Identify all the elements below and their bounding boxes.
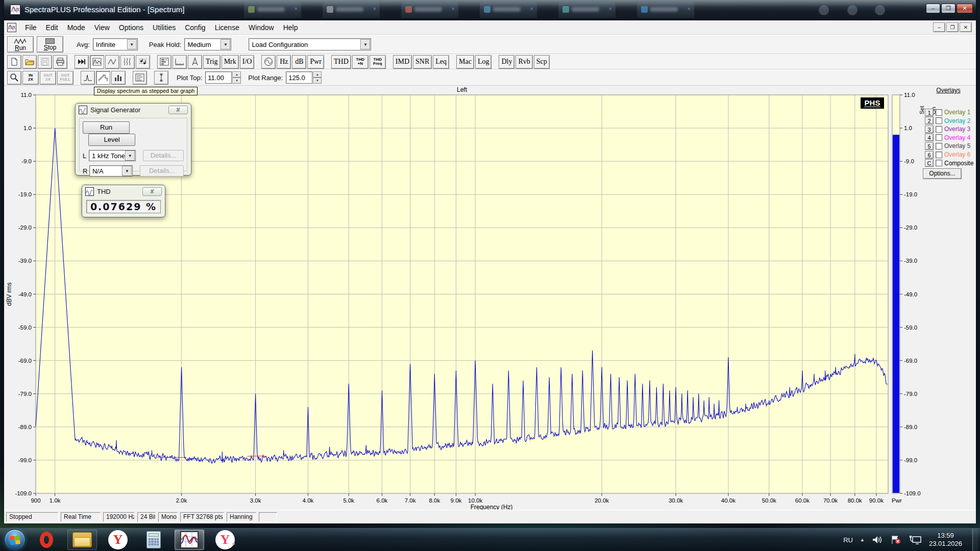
overlay-on-checkbox[interactable] — [936, 134, 942, 141]
signal-generator-close-button[interactable]: ✘ — [168, 106, 188, 114]
thd-close-button[interactable]: ✘ — [142, 187, 162, 196]
save-file-button[interactable] — [38, 55, 52, 69]
trigger-button[interactable]: Trig — [203, 55, 220, 69]
new-file-button[interactable] — [7, 55, 21, 69]
menu-file[interactable]: File — [20, 21, 41, 34]
peak-hold-select[interactable]: Medium ▼ — [184, 38, 231, 51]
time-series-view-button[interactable] — [105, 55, 119, 69]
menu-edit[interactable]: Edit — [41, 21, 63, 34]
maximize-button[interactable]: ❐ — [941, 4, 955, 13]
bar-graph-button[interactable] — [111, 71, 126, 85]
input-output-button[interactable]: I/O — [240, 55, 255, 69]
plot-top-input-spinner[interactable]: ▲▼ — [232, 71, 241, 84]
title-bar[interactable]: SpectraPLUS Professional Edition - [Spec… — [4, 0, 976, 20]
stop-button[interactable]: Stop — [37, 36, 63, 53]
spinner-down-icon[interactable]: ▼ — [313, 78, 322, 84]
taskbar-item-yandex-browser[interactable]: Y — [103, 530, 133, 550]
overlay-set-button-1[interactable]: 1 — [925, 109, 934, 116]
right-details-button[interactable]: Details... — [140, 165, 184, 177]
thd-titlebar[interactable]: THD ✘ — [82, 185, 165, 198]
thd-plus-n-button[interactable]: THD+N — [352, 55, 369, 69]
action-center-flag-icon[interactable] — [890, 535, 901, 544]
overlay-on-checkbox[interactable] — [936, 117, 942, 124]
waterfall-view-button[interactable] — [120, 55, 135, 69]
menu-mode[interactable]: Mode — [63, 21, 90, 34]
generator-run-button[interactable]: Run — [83, 121, 130, 134]
zoom-out-2x-button[interactable]: OUT2X — [40, 71, 56, 85]
imd-button[interactable]: IMD — [393, 55, 412, 69]
delay-button[interactable]: Dly — [499, 55, 514, 69]
generator-level-button[interactable]: Level — [88, 134, 135, 146]
load-configuration-select[interactable]: Load Configuration ▼ — [249, 38, 371, 51]
left-details-button[interactable]: Details... — [143, 150, 184, 161]
language-indicator[interactable]: RU — [843, 536, 853, 544]
overlay-set-button-c[interactable]: C — [925, 159, 934, 167]
taskbar-item-opera[interactable] — [32, 530, 61, 550]
spinner-down-icon[interactable]: ▼ — [232, 78, 241, 84]
spinner-up-icon[interactable]: ▲ — [313, 71, 322, 78]
overlay-set-button-2[interactable]: 2 — [925, 117, 934, 124]
left-signal-select[interactable]: 1 kHz Tone ▼ — [89, 150, 136, 161]
mdi-minimize-button[interactable]: – — [933, 22, 945, 32]
post-process-button[interactable] — [75, 55, 89, 69]
overlay-on-checkbox[interactable] — [936, 126, 942, 133]
overlay-on-checkbox[interactable] — [936, 152, 942, 158]
minimize-button[interactable]: – — [926, 4, 940, 13]
vertical-scale-button[interactable] — [154, 71, 168, 85]
overlays-options-button[interactable]: Options... — [923, 168, 962, 179]
taskbar-item-spectraplus[interactable] — [175, 530, 204, 550]
plot-top-input[interactable] — [205, 71, 232, 84]
close-button[interactable]: ✕ — [957, 4, 973, 13]
spinner-up-icon[interactable]: ▲ — [232, 71, 241, 78]
menu-view[interactable]: View — [90, 21, 114, 34]
plot-range-input-spinner[interactable]: ▲▼ — [313, 71, 322, 84]
units-hz-button[interactable]: Hz — [277, 55, 291, 69]
tray-expand-icon[interactable]: ▲ — [860, 537, 865, 542]
logging-button[interactable]: Log — [475, 55, 492, 69]
taskbar-item-explorer[interactable] — [67, 530, 97, 550]
markers-button[interactable]: Mrk — [222, 55, 239, 69]
leq-button[interactable]: Leq — [433, 55, 449, 69]
print-button[interactable] — [53, 55, 67, 69]
menu-options[interactable]: Options — [114, 21, 148, 34]
zoom-in-2x-button[interactable]: IN2X — [22, 71, 39, 85]
macro-button[interactable]: Mac — [456, 55, 474, 69]
spectrum-view-button[interactable] — [90, 55, 104, 69]
menu-utilities[interactable]: Utilities — [148, 21, 180, 34]
zoom-out-full-button[interactable]: OUTFULL — [57, 71, 74, 85]
spectrogram-view-button[interactable] — [133, 71, 147, 85]
open-file-button[interactable] — [22, 55, 37, 69]
overlay-on-checkbox[interactable] — [936, 160, 942, 166]
menu-config[interactable]: Config — [180, 21, 210, 34]
overlay-set-button-6[interactable]: 6 — [925, 151, 934, 159]
zoom-button[interactable] — [7, 71, 21, 85]
volume-icon[interactable] — [872, 535, 883, 544]
overlay-set-button-3[interactable]: 3 — [925, 126, 934, 133]
menu-license[interactable]: License — [210, 21, 244, 34]
start-button[interactable] — [4, 529, 26, 550]
peak-cursor-button[interactable] — [81, 71, 95, 85]
levels-list-button[interactable] — [157, 55, 172, 69]
signal-generator-titlebar[interactable]: Signal Generator ✘ — [76, 104, 191, 116]
run-button[interactable]: Run — [7, 36, 34, 53]
taskbar-item-yandex-alice[interactable]: Y✦ — [210, 530, 240, 550]
ruler-button[interactable] — [173, 55, 187, 69]
mdi-close-button[interactable]: ✕ — [960, 22, 972, 32]
menu-window[interactable]: Window — [244, 21, 279, 34]
units-db-button[interactable]: dB — [292, 55, 306, 69]
show-desktop-button[interactable] — [972, 529, 978, 551]
taskbar-item-calculator[interactable] — [139, 530, 168, 550]
mdi-restore-button[interactable]: ❐ — [946, 22, 959, 32]
right-signal-select[interactable]: N/A ▼ — [89, 165, 133, 177]
clock[interactable]: 13:59 23.01.2026 — [929, 532, 962, 548]
calipers-button[interactable] — [188, 55, 202, 69]
menu-help[interactable]: Help — [279, 21, 303, 34]
avg-select[interactable]: Infinite ▼ — [93, 38, 138, 51]
signal-generator-button[interactable] — [261, 55, 276, 69]
mixer-button[interactable] — [136, 55, 150, 69]
network-icon[interactable] — [909, 535, 922, 544]
overlay-on-checkbox[interactable] — [936, 109, 942, 116]
snr-button[interactable]: SNR — [413, 55, 432, 69]
plot-range-input[interactable] — [286, 71, 312, 84]
stepped-bar-graph-button[interactable] — [96, 71, 110, 85]
